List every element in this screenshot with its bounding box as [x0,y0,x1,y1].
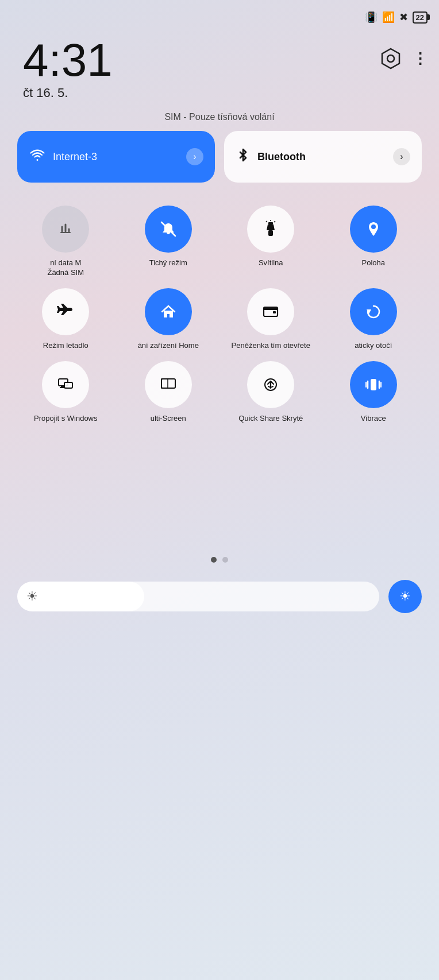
svg-line-7 [274,221,275,222]
auto-rotate-icon [350,288,397,335]
bluetooth-vibrate-icon: 📳 [365,11,378,24]
status-bar: 📳 📶 ✖ 22 [0,0,439,34]
tile-airplane[interactable]: Režim letadlo [17,288,114,351]
connect-windows-icon [42,361,89,408]
quick-tiles-grid: ní data MŽádná SIM Tichý režim Sví [17,206,422,424]
tile-multi-screen[interactable]: ulti-Screen [120,361,217,424]
svg-point-1 [387,55,394,62]
vibration-icon [350,361,397,408]
wallet-icon [247,288,294,335]
tile-silent-mode[interactable]: Tichý režim [120,206,217,278]
svg-rect-12 [273,311,276,313]
tile-auto-rotate[interactable]: aticky otočí [325,288,422,351]
settings-icon[interactable] [378,46,403,71]
battery-indicator: 22 [413,11,428,24]
internet-arrow[interactable]: › [186,148,203,165]
page-dot-2[interactable] [222,557,228,563]
clock: 4:31 [23,37,113,83]
silent-mode-label: Tichý režim [149,258,187,268]
time-section: 4:31 čt 16. 5. [23,37,113,100]
brightness-auto-label: ☀ [399,589,411,604]
bluetooth-arrow[interactable]: › [393,148,410,165]
header-icons: ⋮ [378,46,428,71]
svg-rect-11 [264,307,278,310]
svg-point-9 [371,224,376,229]
tile-location[interactable]: Poloha [325,206,422,278]
tile-connect-windows[interactable]: Propojit s Windows [17,361,114,424]
bluetooth-label: Bluetooth [257,151,386,163]
smart-home-label: ání zařízení Home [138,341,199,351]
brightness-auto-icon[interactable]: ☀ [388,580,422,613]
airplane-icon [42,288,89,335]
multi-screen-label: ulti-Screen [151,414,186,424]
top-tiles: Internet-3 › Bluetooth › [17,131,422,183]
tile-wallet[interactable]: Peněženka tím otevřete [222,288,319,351]
auto-rotate-label: aticky otočí [355,341,392,351]
connect-windows-label: Propojit s Windows [34,414,98,424]
mobile-data-icon [42,206,89,253]
tile-smart-home[interactable]: ání zařízení Home [120,288,217,351]
sim-error-icon: ✖ [399,11,408,24]
vibration-label: Vibrace [361,414,386,424]
wifi-icon [29,146,46,168]
brightness-slider[interactable]: ☀ [17,582,379,611]
internet-tile[interactable]: Internet-3 › [17,131,215,183]
svg-marker-3 [267,224,275,230]
wifi-icon: 📶 [382,11,395,24]
brightness-fill: ☀ [17,582,144,611]
wallet-label: Peněženka tím otevřete [232,341,310,351]
svg-rect-17 [64,382,72,388]
svg-rect-4 [268,230,273,236]
tile-flashlight[interactable]: Svítilna [222,206,319,278]
quick-share-label: Quick Share Skryté [238,414,303,424]
page-dot-1[interactable] [211,557,217,563]
location-label: Poloha [362,258,385,268]
silent-mode-icon [145,206,192,253]
page-dots [0,557,439,563]
svg-rect-22 [371,379,376,390]
tile-quick-share[interactable]: Quick Share Skryté [222,361,319,424]
smart-home-icon [145,288,192,335]
svg-marker-0 [382,49,399,68]
internet-label: Internet-3 [53,151,179,163]
tile-vibration[interactable]: Vibrace [325,361,422,424]
multi-screen-icon [145,361,192,408]
brightness-sun-small-icon: ☀ [26,589,38,604]
location-icon [350,206,397,253]
bluetooth-icon [236,148,251,166]
flashlight-label: Svítilna [259,258,283,268]
brightness-row: ☀ ☀ [17,580,422,613]
tile-mobile-data[interactable]: ní data MŽádná SIM [17,206,114,278]
airplane-label: Režim letadlo [43,341,88,351]
svg-line-20 [161,379,175,388]
svg-line-8 [266,221,267,222]
quick-share-icon [247,361,294,408]
menu-icon[interactable]: ⋮ [413,51,428,66]
flashlight-icon [247,206,294,253]
battery-level: 22 [416,13,424,22]
sim-status-text: SIM - Pouze tísňová volání [0,112,439,122]
bluetooth-tile[interactable]: Bluetooth › [224,131,422,183]
mobile-data-label: ní data MŽádná SIM [47,258,84,278]
svg-rect-19 [161,379,168,388]
date: čt 16. 5. [23,86,113,100]
svg-rect-18 [161,379,175,388]
